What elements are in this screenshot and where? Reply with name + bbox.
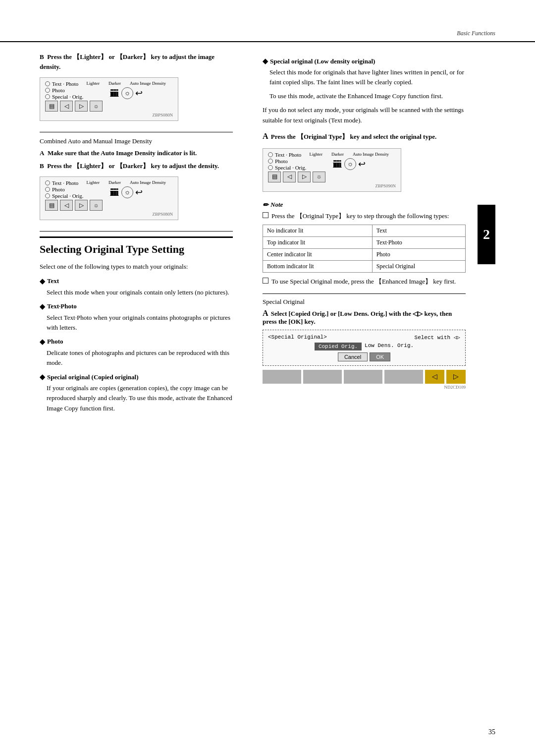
radio-group-3: Text · Photo Photo Special · Orig.	[268, 152, 307, 171]
table-cell-1a: No indicator lit	[263, 225, 373, 237]
density-dots-2: iiiii	[110, 186, 118, 199]
ctrl-btn-3d[interactable]: ☼	[313, 172, 325, 182]
back-arrow-3[interactable]: ↩	[358, 159, 366, 170]
footer-btn-3	[344, 370, 382, 384]
ok-button[interactable]: OK	[370, 352, 390, 361]
diamond-1: ◆	[40, 277, 45, 286]
right-column: ◆ Special original (Low density original…	[248, 42, 495, 427]
back-arrow-1[interactable]: ↩	[135, 88, 143, 99]
step-a3-label: A	[263, 309, 268, 317]
text-heading: Text	[47, 277, 59, 285]
special-orig-title: Special Original	[263, 298, 466, 306]
ctrl-btn-2b[interactable]: ◁	[60, 200, 73, 211]
footer-arrow-left[interactable]: ◁	[425, 370, 444, 384]
divider-1	[40, 132, 233, 132]
note-item-1: Press the 【Original Type】 key to step th…	[263, 211, 466, 221]
radio-circle-3	[45, 94, 50, 99]
table-row-4: Bottom indicator lit Special Original	[263, 261, 466, 273]
step-a3-text: A Select [Copied Orig.] or [Low Dens. Or…	[263, 309, 466, 326]
diamond-2: ◆	[40, 302, 45, 311]
radio-row-2a: Text · Photo	[45, 180, 84, 186]
radio-row-3a: Text · Photo	[268, 152, 307, 158]
ctrl-btn-1a[interactable]: ▤	[45, 101, 58, 112]
header-title: Basic Functions	[457, 30, 495, 37]
image-code-2: ZBPS080N	[45, 212, 173, 217]
step-b-label: B	[40, 53, 44, 60]
ctrl-btn-2c[interactable]: ▷	[75, 200, 88, 211]
ctrl-btn-1b[interactable]: ◁	[60, 101, 73, 112]
selecting-section: Selecting Original Type Setting Select o…	[40, 236, 233, 413]
note1-text: Press the 【Original Type】 key to step th…	[271, 211, 449, 221]
special-copied-body: If your originals are copies (generation…	[40, 383, 233, 413]
device-image-3-inner: Text · Photo Photo Special · Orig.	[268, 152, 396, 171]
radio-label-2b: Photo	[52, 186, 65, 192]
special-copied-heading-block: ◆ Special original (Copied original)	[40, 373, 233, 381]
radio-label-2c: Special · Orig.	[52, 193, 84, 199]
radio-group-1: Text · Photo Photo Special · Orig.	[45, 81, 84, 100]
radio-label-3a: Text · Photo	[275, 152, 301, 158]
radio-row-3c: Special · Orig.	[268, 165, 307, 171]
image-code-4: ND2CD109	[263, 385, 466, 390]
ctrl-btn-2d[interactable]: ☼	[90, 200, 103, 211]
density-bar-2: Lighter Darker Auto Image Density iiiii …	[87, 180, 166, 199]
special-low-heading: Special original (Low density original)	[270, 58, 375, 65]
radio-circle-2	[45, 88, 50, 93]
density-controls-1: iiiii ☼ ↩	[110, 87, 143, 100]
table-row-2: Top indicator lit Text·Photo	[263, 237, 466, 249]
note-block: ✏ Note Press the 【Original Type】 key to …	[263, 201, 466, 287]
cancel-button[interactable]: Cancel	[338, 352, 368, 361]
ctrl-btn-2a[interactable]: ▤	[45, 200, 58, 211]
note-icon: ✏	[263, 201, 268, 209]
device-top-left: <Special Original>	[268, 334, 327, 341]
footer-controls: ◁ ▷	[263, 370, 466, 384]
ctrl-btn-1d[interactable]: ☼	[90, 101, 103, 112]
diamond-4: ◆	[40, 373, 45, 381]
step-b2-label: B	[40, 162, 44, 170]
divider-2	[40, 231, 233, 232]
darker-label-2: Darker	[108, 180, 121, 185]
step-a2-label: A	[40, 149, 44, 157]
ctrl-btn-3a[interactable]: ▤	[268, 172, 281, 182]
ctrl-btn-3c[interactable]: ▷	[298, 172, 311, 182]
radio-row-2c: Special · Orig.	[45, 193, 84, 199]
device-top-right: Select with ◁▷	[415, 334, 460, 341]
checkbox-1	[263, 212, 268, 218]
step-b-block: B Press the 【Lighter】 or 【Darker】 key to…	[40, 52, 233, 125]
radio-circle-2b	[45, 187, 50, 192]
density-bar-1: Lighter Darker Auto Image Density iiiii …	[87, 81, 166, 100]
types-table: No indicator lit Text Top indicator lit …	[263, 225, 466, 273]
table-cell-2a: Top indicator lit	[263, 237, 373, 249]
density-labels-3: Lighter Darker Auto Image Density	[310, 152, 389, 157]
ctrl-btn-1c[interactable]: ▷	[75, 101, 88, 112]
radio-row-2: Photo	[45, 87, 84, 93]
special-device-box: <Special Original> Select with ◁▷ Copied…	[263, 330, 466, 366]
footer-arrow-right[interactable]: ▷	[446, 370, 466, 384]
density-labels-1: Lighter Darker Auto Image Density	[87, 81, 166, 86]
back-arrow-2[interactable]: ↩	[135, 187, 143, 198]
radio-row-3: Special · Orig.	[45, 94, 84, 100]
density-icon-1: ☼	[121, 87, 133, 99]
photo-heading-block: ◆ Photo	[40, 338, 233, 346]
footer-btn-1	[263, 370, 301, 384]
low-dens-option[interactable]: Low Dens. Orig.	[365, 343, 414, 350]
radio-label-3: Special · Orig.	[52, 94, 84, 100]
lighter-label-3: Lighter	[310, 152, 323, 157]
special-low-body2: To use this mode, activate the Enhanced …	[263, 91, 466, 101]
ctrl-btn-3b[interactable]: ◁	[283, 172, 296, 182]
sidebar-number: 2	[478, 205, 495, 264]
bottom-controls-2: ▤ ◁ ▷ ☼	[45, 200, 173, 211]
density-labels-2: Lighter Darker Auto Image Density	[87, 180, 166, 185]
device-image-2: Text · Photo Photo Special · Orig.	[40, 176, 178, 220]
copied-orig-option[interactable]: Copied Orig.	[315, 343, 362, 350]
radio-row-3b: Photo	[268, 158, 307, 164]
density-dots-1: iiiii	[110, 87, 118, 100]
bottom-controls-1: ▤ ◁ ▷ ☼	[45, 101, 173, 112]
device-image-3: Text · Photo Photo Special · Orig.	[263, 148, 401, 192]
radio-row-2b: Photo	[45, 186, 84, 192]
image-code-1: ZBPS080N	[45, 113, 173, 117]
device-image-2-inner: Text · Photo Photo Special · Orig.	[45, 180, 173, 199]
device-image-1-inner: Text · Photo Photo Special · Orig.	[45, 81, 173, 100]
auto-label-1: Auto Image Density	[130, 81, 166, 86]
auto-label-3: Auto Image Density	[353, 152, 389, 157]
lighter-label-2: Lighter	[87, 180, 100, 185]
